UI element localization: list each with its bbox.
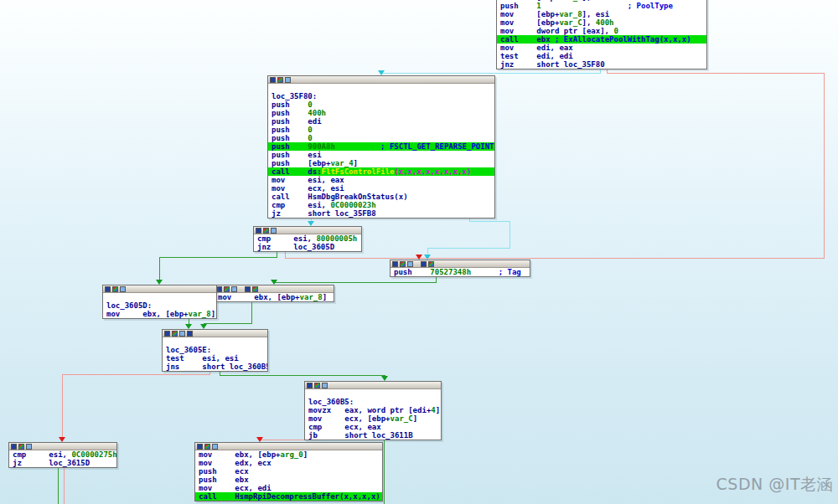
asm-line[interactable]: push 0 bbox=[268, 134, 494, 142]
asm-line[interactable]: jnz loc_3605D bbox=[254, 243, 361, 251]
block-button-icon[interactable] bbox=[421, 261, 427, 267]
block-button-icon[interactable] bbox=[112, 286, 118, 292]
basic-block-push-tag[interactable]: push 70527348h ; Tag bbox=[390, 260, 530, 277]
block-button-icon[interactable] bbox=[179, 331, 185, 337]
basic-block-loc_3605D[interactable]: loc_3605D:mov ebx, [ebp+var_8] bbox=[102, 285, 217, 319]
asm-line[interactable]: call ebx ; ExAllocatePoolWithTag(x,x,x) bbox=[497, 35, 706, 44]
asm-line[interactable]: jnz short loc_35F80 bbox=[497, 60, 706, 69]
basic-block-decompress-call[interactable]: mov ebx, [ebp+arg_0]mov edx, ecxpush ecx… bbox=[194, 442, 383, 501]
asm-line[interactable]: mov [ebp+var_C], 400h bbox=[497, 18, 706, 27]
asm-line[interactable]: mov dword ptr [eax], 0 bbox=[497, 27, 706, 35]
asm-line[interactable]: push 1 ; PoolType bbox=[497, 2, 706, 10]
block-button-icon[interactable] bbox=[392, 261, 398, 267]
asm-line[interactable]: movzx eax, word ptr [edi+4] bbox=[305, 406, 441, 414]
block-button-icon[interactable] bbox=[263, 228, 269, 234]
block-button-icon[interactable] bbox=[307, 383, 313, 388]
asm-line[interactable]: push 0 bbox=[268, 126, 494, 134]
block-titlebar[interactable] bbox=[9, 443, 116, 450]
asm-line[interactable]: loc_3605E: bbox=[163, 346, 267, 354]
asm-line[interactable]: mov esi, eax bbox=[268, 176, 494, 184]
graph-canvas[interactable]: mov [ebp+var_4], eaxpush 1 ; PoolTypemov… bbox=[0, 0, 838, 504]
block-titlebar[interactable] bbox=[391, 260, 530, 268]
asm-line[interactable]: push [ebp+var_4] bbox=[268, 159, 494, 167]
block-titlebar[interactable] bbox=[215, 285, 334, 293]
asm-line[interactable]: mov ecx, [ebp+var_C] bbox=[305, 414, 441, 423]
asm-line[interactable]: push 400h bbox=[268, 109, 494, 117]
block-button-icon[interactable] bbox=[187, 331, 193, 337]
asm-line[interactable]: push 70527348h ; Tag bbox=[391, 268, 530, 276]
block-button-icon[interactable] bbox=[11, 444, 17, 450]
asm-line[interactable]: mov edx, ecx bbox=[195, 459, 382, 467]
asm-line[interactable]: push ecx bbox=[195, 467, 382, 476]
block-button-icon[interactable] bbox=[120, 286, 126, 292]
block-button-icon[interactable] bbox=[252, 286, 258, 292]
asm-line[interactable]: call ds:FltFsControlFile(x,x,x,x,x,x,x,x… bbox=[268, 167, 494, 176]
asm-line[interactable]: jz loc_3615D bbox=[9, 459, 116, 467]
block-button-icon[interactable] bbox=[216, 286, 222, 292]
asm-line[interactable]: cmp esi, 80000005h bbox=[254, 234, 361, 243]
block-button-icon[interactable] bbox=[197, 444, 203, 450]
asm-line[interactable]: cmp esi, 0C0000023h bbox=[268, 201, 494, 209]
block-button-icon[interactable] bbox=[26, 444, 32, 450]
block-button-icon[interactable] bbox=[256, 228, 261, 234]
asm-line[interactable]: mov ebx, [ebp+arg_0] bbox=[195, 450, 382, 459]
block-button-icon[interactable] bbox=[322, 383, 328, 388]
asm-line[interactable] bbox=[305, 389, 441, 398]
block-button-icon[interactable] bbox=[407, 261, 413, 267]
block-button-icon[interactable] bbox=[164, 331, 170, 337]
basic-block-loc_360B5[interactable]: loc_360B5:movzx eax, word ptr [edi+4]mov… bbox=[304, 381, 442, 440]
asm-line[interactable]: push 0 bbox=[268, 100, 494, 109]
asm-line[interactable]: push ebx bbox=[195, 476, 382, 484]
block-button-icon[interactable] bbox=[231, 286, 237, 292]
block-button-icon[interactable] bbox=[428, 261, 434, 267]
asm-line[interactable] bbox=[163, 337, 267, 346]
block-titlebar[interactable] bbox=[195, 443, 382, 450]
block-titlebar[interactable] bbox=[163, 330, 267, 337]
asm-line[interactable]: mov ebx, [ebp+var_8] bbox=[103, 310, 216, 318]
block-button-icon[interactable] bbox=[172, 331, 178, 337]
block-button-icon[interactable] bbox=[224, 286, 230, 292]
asm-line[interactable]: loc_360B5: bbox=[305, 398, 441, 406]
basic-block-loc_35F80[interactable]: loc_35F80:push 0push 400hpush edipush 0p… bbox=[267, 75, 495, 219]
block-titlebar[interactable] bbox=[103, 285, 216, 293]
block-button-icon[interactable] bbox=[270, 77, 276, 83]
asm-line[interactable]: cmp ecx, eax bbox=[305, 423, 441, 431]
asm-line[interactable]: jz short loc_35FB8 bbox=[268, 209, 494, 218]
asm-line[interactable]: loc_3605D: bbox=[103, 301, 216, 310]
block-titlebar[interactable] bbox=[305, 382, 441, 389]
block-button-icon[interactable] bbox=[285, 77, 291, 83]
basic-block-loc_3605E[interactable]: loc_3605E:test esi, esijns short loc_360… bbox=[162, 329, 268, 372]
block-button-icon[interactable] bbox=[105, 286, 111, 292]
asm-line[interactable] bbox=[268, 84, 494, 92]
asm-line[interactable]: jns short loc_360B5 bbox=[163, 363, 267, 371]
basic-block-cmp-80000005[interactable]: cmp esi, 80000005hjnz loc_3605D bbox=[253, 226, 362, 252]
asm-line[interactable]: jb short loc_3611B bbox=[305, 431, 441, 440]
asm-line[interactable]: mov ecx, edi bbox=[195, 484, 382, 492]
asm-line[interactable]: loc_35F80: bbox=[268, 92, 494, 100]
block-button-icon[interactable] bbox=[277, 77, 283, 83]
asm-line[interactable]: mov ebx, [ebp+var_8] bbox=[215, 293, 334, 301]
asm-line[interactable]: push 900A8h ; FSCTL_GET_REPARSE_POINT bbox=[268, 142, 494, 151]
basic-block-mov-ebx-var8[interactable]: mov ebx, [ebp+var_8] bbox=[214, 285, 334, 302]
block-titlebar[interactable] bbox=[254, 227, 361, 234]
asm-line[interactable]: cmp esi, 0C0000275h bbox=[9, 450, 116, 459]
asm-line[interactable]: mov [ebp+var_8], esi bbox=[497, 10, 706, 18]
block-button-icon[interactable] bbox=[204, 444, 210, 450]
block-button-icon[interactable] bbox=[18, 444, 24, 450]
asm-line[interactable]: push edi bbox=[268, 117, 494, 126]
block-button-icon[interactable] bbox=[245, 286, 251, 292]
asm-line[interactable] bbox=[103, 293, 216, 301]
asm-line[interactable]: test edi, edi bbox=[497, 52, 706, 60]
asm-line[interactable]: push esi bbox=[268, 151, 494, 159]
asm-line[interactable]: call HsmDbgBreakOnStatus(x) bbox=[268, 193, 494, 201]
block-button-icon[interactable] bbox=[314, 383, 320, 388]
asm-line[interactable]: test esi, esi bbox=[163, 354, 267, 363]
block-titlebar[interactable] bbox=[268, 76, 494, 84]
basic-block-cmp-C0000275[interactable]: cmp esi, 0C0000275hjz loc_3615D bbox=[8, 442, 117, 468]
asm-line[interactable]: mov edi, eax bbox=[497, 44, 706, 52]
block-button-icon[interactable] bbox=[400, 261, 406, 267]
asm-line[interactable]: call HsmpRpiDecompressBuffer(x,x,x,x) bbox=[195, 492, 382, 501]
block-button-icon[interactable] bbox=[212, 444, 218, 450]
basic-block-entry-fragment[interactable]: mov [ebp+var_4], eaxpush 1 ; PoolTypemov… bbox=[496, 0, 707, 69]
block-button-icon[interactable] bbox=[271, 228, 277, 234]
